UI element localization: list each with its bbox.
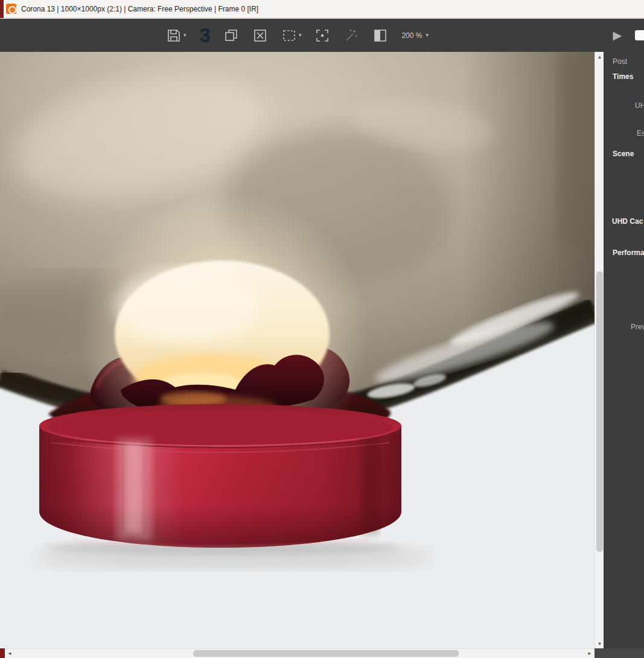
corona-logo-icon [6,4,16,14]
horizontal-scroll-thumb[interactable] [193,650,459,657]
zoom-control[interactable]: 200 % ▾ [401,31,429,40]
panel-label-uhd-cache[interactable]: UHD Cac [612,217,643,226]
panel-label-times[interactable]: Times [613,72,633,81]
toolbar: ▾ 3 [0,19,644,52]
zoom-value: 200 % [401,31,422,40]
scroll-up-arrow[interactable]: ▲ [595,52,604,62]
toolbar-group: ▾ 3 [0,19,595,52]
panel-label-performance[interactable]: Performa [613,248,644,257]
background-window-edge [0,0,4,18]
toolbar-right: ▶ [613,19,644,52]
render-viewport[interactable] [0,52,595,648]
history-count: 3 [200,25,210,45]
panel-label-uhd[interactable]: UH [635,101,644,110]
save-button[interactable]: ▾ [166,28,187,43]
scroll-down-arrow[interactable]: ▼ [595,639,604,648]
magic-wand-icon [343,28,359,43]
chevron-down-icon: ▾ [426,33,429,38]
panel-label-scene[interactable]: Scene [613,150,634,158]
render-base [39,404,401,548]
clear-icon [252,28,268,43]
panel-label-es[interactable]: Es [637,129,644,138]
background-window-edge [0,648,5,658]
titlebar: Corona 13 | 1000×1000px (2:1) | Camera: … [0,0,644,18]
focus-button[interactable] [314,28,330,43]
region-select-icon [281,28,297,43]
window-title: Corona 13 | 1000×1000px (2:1) | Camera: … [21,5,258,13]
save-icon [166,28,182,43]
play-button[interactable]: ▶ [613,28,622,42]
ab-compare-icon [372,28,388,43]
panel-label-post[interactable]: Post [613,57,627,66]
scroll-left-arrow[interactable]: ◄ [5,649,14,658]
render-image [0,52,595,648]
stop-button[interactable] [635,30,644,40]
chevron-down-icon[interactable]: ▾ [183,33,187,38]
ab-compare-button[interactable] [372,28,388,43]
corona-vfb-window: Corona 13 | 1000×1000px (2:1) | Camera: … [0,0,644,658]
clear-button[interactable] [252,28,268,43]
duplicate-icon [223,28,239,43]
horizontal-scrollbar[interactable]: ◄ ► [0,648,595,658]
focus-icon [314,28,330,43]
duplicate-button[interactable] [223,28,239,43]
chevron-down-icon[interactable]: ▾ [299,33,302,38]
scrollbar-corner [595,648,644,658]
panel-label-preview[interactable]: Prev [631,323,644,331]
settings-panel: Post Times UH Es Scene UHD Cac Performa … [604,52,644,658]
denoise-button[interactable] [343,28,359,43]
vertical-scroll-thumb[interactable] [596,271,603,552]
region-select-button[interactable]: ▾ [281,28,302,43]
history-count-button[interactable]: 3 [200,25,210,45]
vertical-scrollbar[interactable]: ▲ ▼ [595,52,604,648]
scroll-right-arrow[interactable]: ► [585,649,595,658]
